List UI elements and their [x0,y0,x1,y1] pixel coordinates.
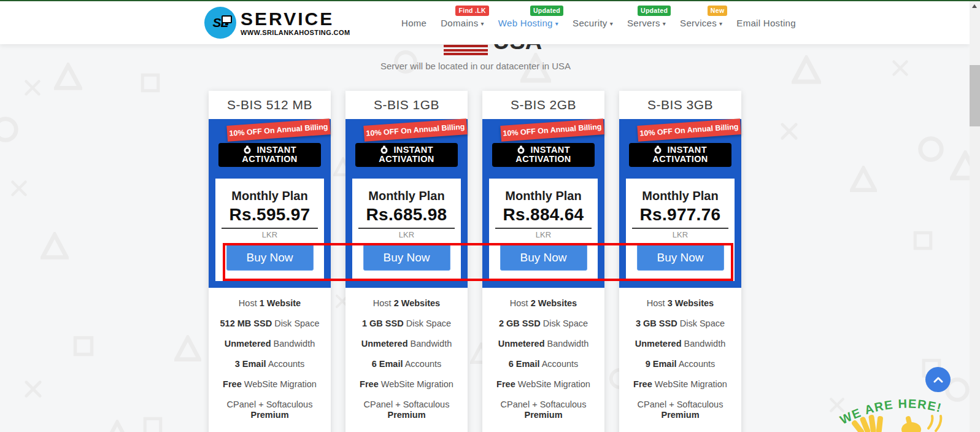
discount-ribbon: 10% OFF On Annual Billing [363,118,467,142]
plan-price: Rs.595.97 [215,205,324,225]
feature-item: 512 MB SSD Disk Space [212,314,327,334]
plan-currency: LKR [215,230,324,239]
nav-item-servers[interactable]: Servers▾Updated [627,18,666,28]
nav-badge: New [708,6,728,16]
nav-item-home[interactable]: Home [401,18,426,28]
stopwatch-icon [243,145,252,154]
feature-item: 3 GB SSD Disk Space [623,314,738,334]
decor-cross-icon [891,59,909,77]
chevron-down-icon: ▾ [719,20,722,27]
feature-list: Host 2 Websites1 GB SSD Disk SpaceUnmete… [345,288,468,425]
discount-ribbon: 10% OFF On Annual Billing [500,118,604,142]
logo-title: SERVICE [241,10,350,28]
feature-item: Host 1 Website [212,293,327,314]
decor-circle-icon [0,115,20,144]
feature-item: 1 GB SSD Disk Space [349,314,464,334]
nav-item-label: Servers [627,18,660,28]
nav-item-email-hosting[interactable]: Email Hosting [736,18,795,28]
feature-item: Unmetered Bandwidth [486,334,601,354]
feature-item: 2 GB SSD Disk Space [486,314,601,334]
stopwatch-icon [517,145,525,154]
nav-badge: Updated [638,6,671,16]
nav-item-label: Web Hosting [498,18,553,28]
usa-flag-stripes-icon [444,45,488,57]
feature-item: CPanel + SoftaculousPremium [212,395,327,425]
feature-item: 3 Email Accounts [212,354,327,374]
price-divider [222,228,318,229]
instant-activation-badge: INSTANT ACTIVATION [218,143,321,167]
nav-item-domains[interactable]: Domains▾Find .LK [441,18,484,28]
chevron-down-icon: ▾ [663,20,666,27]
logo-subtitle: WWW.SRILANKAHOSTING.COM [241,29,350,36]
decor-cross-icon [23,79,42,97]
scrollbar [970,0,980,432]
decor-sq-icon [140,72,161,93]
nav-item-security[interactable]: Security▾ [573,18,613,28]
nav-item-label: Email Hosting [736,18,795,28]
chevron-up-icon [933,377,943,383]
annotation-red-box [223,243,733,281]
stopwatch-icon [380,145,388,154]
feature-list: Host 3 Websites3 GB SSD Disk SpaceUnmete… [619,288,741,425]
decor-tri-icon [174,335,201,362]
navbar: SL SERVICE WWW.SRILANKAHOSTING.COM HomeD… [0,1,970,44]
chevron-down-icon: ▾ [555,20,558,27]
nav-menu: HomeDomains▾Find .LKWeb Hosting▾UpdatedS… [401,1,796,44]
discount-ribbon: 10% OFF On Annual Billing [226,118,330,142]
instant-activation-badge: INSTANT ACTIVATION [492,143,595,167]
decor-sq-icon [912,230,933,251]
feature-item: Free WebSite Migration [212,374,327,395]
feature-item: Host 3 Websites [623,293,738,314]
decor-circle-icon [917,135,945,163]
decor-sq-icon [142,416,163,432]
scrollbar-up-arrow[interactable] [972,4,977,8]
nav-item-web-hosting[interactable]: Web Hosting▾Updated [498,18,558,28]
feature-item: Free WebSite Migration [486,374,601,395]
nav-item-label: Services [680,18,717,28]
feature-item: 9 Email Accounts [623,354,738,374]
feature-item: CPanel + SoftaculousPremium [349,395,464,425]
decor-cross-icon [779,122,799,141]
plan-name: S-BIS 2GB [482,91,604,119]
plan-currency: LKR [489,230,598,239]
decor-tri-icon [54,63,82,91]
plan-name: S-BIS 3GB [619,91,741,119]
nav-item-label: Home [401,18,426,28]
nav-badge: Find .LK [455,6,488,16]
plan-period-label: Monthly Plan [352,189,461,203]
section-subtitle: Server will be located in our datacenter… [209,61,743,71]
instant-activation-badge: INSTANT ACTIVATION [629,143,731,167]
stopwatch-icon [654,145,662,154]
price-divider [358,228,455,229]
feature-item: Unmetered Bandwidth [349,334,464,354]
feature-item: Free WebSite Migration [349,374,464,395]
nav-item-label: Domains [441,18,478,28]
feature-list: Host 1 Website512 MB SSD Disk SpaceUnmet… [209,288,331,425]
chevron-down-icon: ▾ [481,20,484,27]
plan-name: S-BIS 512 MB [209,91,331,119]
chevron-down-icon: ▾ [610,20,613,27]
scroll-to-top-button[interactable] [925,367,951,392]
nav-item-services[interactable]: Services▾New [680,18,722,28]
scrollbar-thumb[interactable] [970,65,980,126]
decor-cross-icon [23,379,43,399]
feature-list: Host 2 Websites2 GB SSD Disk SpaceUnmete… [482,288,604,425]
site-logo[interactable]: SL SERVICE WWW.SRILANKAHOSTING.COM [204,7,350,39]
waving-hands-icon [850,415,954,432]
feature-item: 6 Email Accounts [349,354,464,374]
feature-item: Unmetered Bandwidth [623,334,738,354]
discount-ribbon: 10% OFF On Annual Billing [637,118,741,142]
price-divider [495,228,592,229]
monitor-icon [222,15,232,23]
feature-item: Unmetered Bandwidth [212,334,327,354]
decor-cross-icon [10,179,28,198]
decor-tri-icon [104,420,130,432]
feature-item: CPanel + SoftaculousPremium [486,395,601,425]
plan-price: Rs.884.64 [489,205,598,225]
feature-item: Free WebSite Migration [623,374,738,395]
plan-period-label: Monthly Plan [626,189,735,203]
plan-period-label: Monthly Plan [215,189,324,203]
nav-badge: Updated [530,6,563,16]
feature-item: CPanel + SoftaculousPremium [623,395,738,425]
decor-tri-icon [850,166,877,193]
